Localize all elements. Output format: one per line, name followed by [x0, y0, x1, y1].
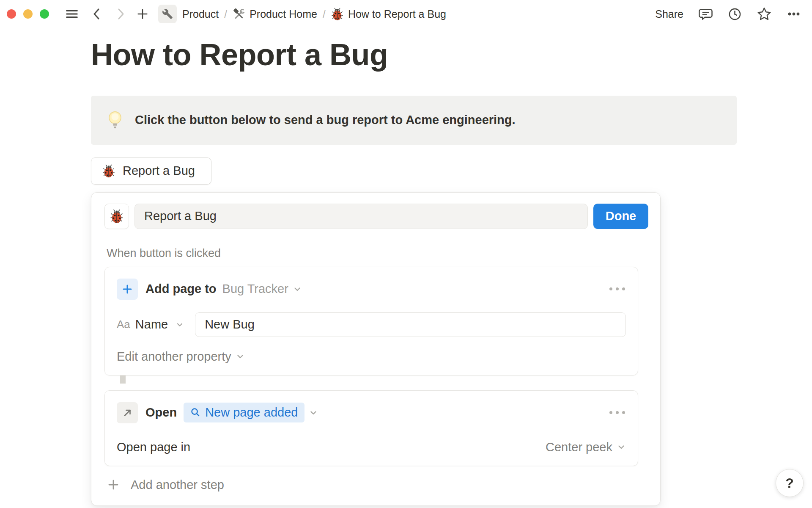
text-property-type-icon: Aa [117, 318, 130, 331]
callout-text: Click the button below to send a bug rep… [135, 113, 516, 127]
wrench-icon [162, 8, 173, 19]
history-clock-icon[interactable] [728, 7, 742, 21]
comments-icon[interactable] [699, 7, 713, 21]
step1-header: Add page to Bug Tracker [117, 279, 626, 300]
step-card-add-page: Add page to Bug Tracker Aa Name [104, 267, 638, 375]
ladybug-icon [331, 8, 343, 21]
step-card-open-page: Open New page added Open page in Center … [104, 390, 638, 466]
button-editor-panel: Done When button is clicked Add page to … [91, 192, 661, 506]
chevron-down-icon [309, 408, 318, 417]
help-button[interactable]: ? [776, 469, 804, 497]
button-icon-picker[interactable] [104, 204, 129, 229]
trigger-label: When button is clicked [107, 247, 648, 260]
open-mode-dropdown[interactable]: Center peek [546, 440, 626, 454]
page-title[interactable]: How to Report a Bug [91, 37, 812, 72]
search-icon [190, 407, 201, 418]
breadcrumb-separator: / [323, 8, 326, 20]
edit-another-property[interactable]: Edit another property [117, 350, 626, 364]
breadcrumb-label: How to Report a Bug [348, 8, 446, 20]
breadcrumb-item-current-page[interactable]: How to Report a Bug [331, 8, 446, 21]
breadcrumb-item-product[interactable]: Product [182, 8, 219, 20]
add-another-step-label: Add another step [131, 478, 224, 492]
property-row: Aa Name [117, 312, 626, 337]
property-selector-dropdown[interactable]: Name [130, 318, 184, 331]
plus-icon [107, 478, 120, 491]
add-another-step-button[interactable]: Add another step [107, 478, 224, 492]
chevron-down-icon [617, 442, 626, 452]
open-page-icon-box [117, 402, 138, 423]
property-name: Name [135, 318, 168, 331]
step1-action-label: Add page to [145, 282, 217, 296]
callout-block: Click the button below to send a bug rep… [91, 96, 737, 145]
arrow-up-right-icon [121, 407, 133, 419]
database-name: Bug Tracker [222, 282, 288, 296]
share-button[interactable]: Share [655, 8, 683, 20]
button-editor-header: Done [104, 204, 648, 229]
add-page-icon-box [117, 279, 138, 300]
new-page-added-pill[interactable]: New page added [184, 403, 304, 422]
step-connector [120, 375, 126, 384]
lightbulb-icon [108, 110, 122, 130]
hammer-wrench-icon [233, 8, 245, 20]
chevron-down-icon [293, 284, 302, 294]
chevron-down-icon [236, 352, 245, 361]
breadcrumb-product-icon-box[interactable] [158, 5, 177, 23]
breadcrumb-item-product-home[interactable]: Product Home [233, 8, 317, 20]
back-icon[interactable] [91, 7, 103, 21]
favorite-star-icon[interactable] [757, 7, 771, 21]
ladybug-icon [102, 164, 115, 178]
plus-icon [121, 283, 133, 295]
more-options-icon[interactable] [787, 7, 801, 21]
open-target-dropdown[interactable]: New page added [177, 403, 318, 422]
breadcrumb-separator: / [224, 8, 227, 20]
open-page-in-row: Open page in Center peek [117, 440, 626, 454]
topbar-actions: Share [655, 7, 801, 21]
done-button[interactable]: Done [593, 204, 648, 229]
forward-icon[interactable] [114, 7, 127, 21]
step2-more-options-icon[interactable] [609, 409, 626, 417]
new-page-icon[interactable] [136, 8, 149, 20]
ladybug-icon [110, 209, 123, 224]
database-selector-dropdown[interactable]: Bug Tracker [217, 282, 302, 296]
report-a-bug-button[interactable]: Report a Bug [91, 157, 211, 185]
step1-more-options-icon[interactable] [609, 285, 626, 293]
open-mode-value: Center peek [546, 440, 612, 454]
property-value-input[interactable] [195, 312, 626, 337]
traffic-lights [7, 9, 49, 19]
open-target-label: New page added [205, 406, 298, 420]
close-window-button[interactable] [7, 9, 16, 19]
chevron-down-icon [176, 320, 184, 329]
report-a-bug-label: Report a Bug [123, 164, 195, 178]
breadcrumb-label: Product Home [250, 8, 317, 20]
minimize-window-button[interactable] [23, 9, 33, 19]
sidebar-menu-icon[interactable] [65, 7, 79, 21]
breadcrumb: Product / Product Home / How to Report a… [158, 5, 446, 23]
button-name-input[interactable] [134, 204, 588, 229]
step2-header: Open New page added [117, 402, 626, 423]
step2-action-label: Open [145, 406, 177, 420]
window-titlebar: Product / Product Home / How to Report a… [0, 0, 812, 28]
open-page-in-label: Open page in [117, 440, 190, 454]
zoom-window-button[interactable] [40, 9, 49, 19]
breadcrumb-label: Product [182, 8, 219, 20]
page-content: How to Report a Bug Click the button bel… [0, 28, 812, 506]
edit-another-property-label: Edit another property [117, 350, 231, 364]
